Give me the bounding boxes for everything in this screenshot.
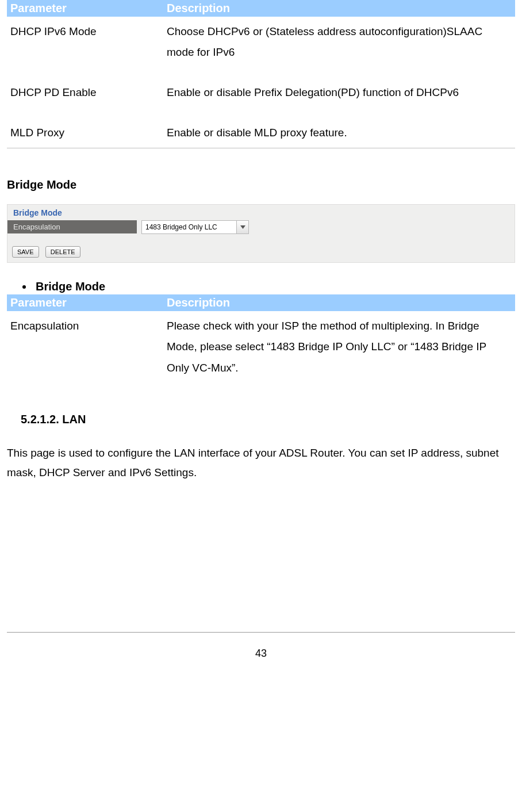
ipv6-params-table: Parameter Description DHCP IPv6 Mode Cho… — [7, 0, 515, 148]
encapsulation-select[interactable]: 1483 Bridged Only LLC — [141, 220, 249, 234]
bullet-item: Bridge Mode — [33, 280, 515, 293]
desc-cell: Enable or disable MLD proxy feature. — [163, 118, 515, 148]
param-cell: DHCP IPv6 Mode — [7, 17, 163, 67]
param-cell: DHCP PD Enable — [7, 78, 163, 108]
chevron-down-icon — [236, 221, 248, 233]
desc-cell: Please check with your ISP the method of… — [163, 311, 515, 382]
delete-button[interactable]: DELETE — [45, 246, 80, 258]
bridge-mode-heading: Bridge Mode — [7, 178, 515, 191]
page-number: 43 — [7, 632, 515, 671]
panel-title: Bridge Mode — [7, 205, 515, 219]
desc-cell: Enable or disable Prefix Delegation(PD) … — [163, 78, 515, 108]
bridge-mode-bullet: Bridge Mode — [7, 280, 515, 293]
table-header-parameter: Parameter — [7, 0, 163, 17]
lan-paragraph: This page is used to configure the LAN i… — [7, 443, 515, 482]
table-header-description: Description — [163, 294, 515, 311]
lan-subsection-heading: 5.2.1.2. LAN — [21, 413, 515, 426]
select-value: 1483 Bridged Only LLC — [142, 223, 236, 231]
table-row: Encapsulation Please check with your ISP… — [7, 311, 515, 382]
param-cell: Encapsulation — [7, 311, 163, 382]
bridge-mode-panel: Bridge Mode Encapsulation 1483 Bridged O… — [7, 204, 515, 263]
table-row: MLD Proxy Enable or disable MLD proxy fe… — [7, 118, 515, 148]
divider — [7, 148, 515, 148]
bridge-params-table: Parameter Description Encapsulation Plea… — [7, 294, 515, 382]
table-header-description: Description — [163, 0, 515, 17]
encapsulation-label: Encapsulation — [7, 220, 137, 233]
desc-cell: Choose DHCPv6 or (Stateless address auto… — [163, 17, 515, 67]
table-row: DHCP PD Enable Enable or disable Prefix … — [7, 78, 515, 108]
table-row: DHCP IPv6 Mode Choose DHCPv6 or (Statele… — [7, 17, 515, 67]
encapsulation-row: Encapsulation 1483 Bridged Only LLC — [7, 220, 515, 234]
svg-marker-0 — [240, 225, 245, 229]
save-button[interactable]: SAVE — [12, 246, 39, 258]
param-cell: MLD Proxy — [7, 118, 163, 148]
table-header-parameter: Parameter — [7, 294, 163, 311]
